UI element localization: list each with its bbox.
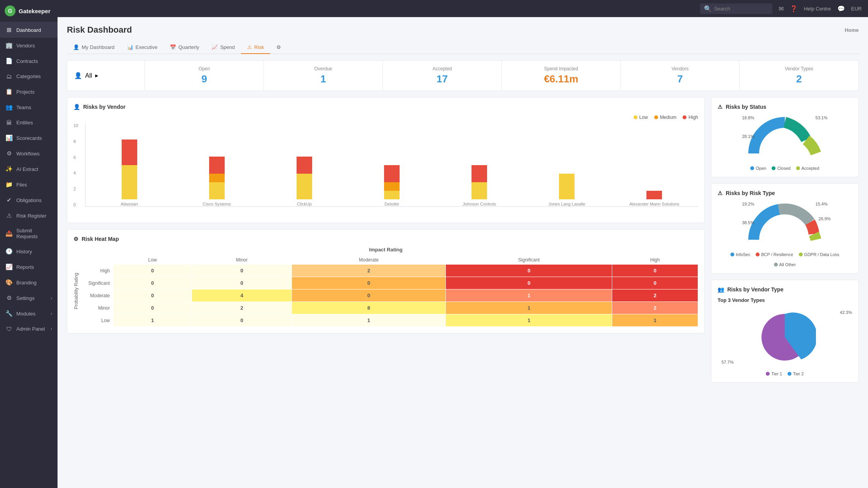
heat-map-row-label-3: Minor xyxy=(82,302,113,314)
filter-chevron-icon: ▶ xyxy=(95,73,98,78)
sidebar-item-workflows[interactable]: ⚙ Workflows xyxy=(0,146,58,161)
heat-map-cell-1-2: 0 xyxy=(292,277,445,289)
home-link[interactable]: Home xyxy=(845,27,859,33)
bar-cisco: Cisco Systems xyxy=(177,157,257,206)
vendor-type-pct-bottom: 57.7% xyxy=(721,360,734,364)
legend-low-label: Low xyxy=(639,115,648,120)
sidebar-item-entities[interactable]: 🏛 Entities xyxy=(0,115,58,130)
header: 🔍 ✉ ❓ Help Centre 💬 EUR xyxy=(58,0,868,17)
bar-chart-legend: Low Medium High xyxy=(73,115,698,120)
sidebar-item-contracts[interactable]: 📄 Contracts xyxy=(0,53,58,69)
sidebar-item-obligations[interactable]: ✔ Obligations xyxy=(0,192,58,208)
impact-rating-label: Impact Rating xyxy=(73,247,698,253)
heat-map-cell-1-1: 0 xyxy=(192,277,292,289)
type-donut: 19.2% 15.4% 26.9% 38.5% xyxy=(746,201,824,249)
bar-clickup: ClickUp xyxy=(264,157,344,206)
status-open-pct: 18.8% xyxy=(742,115,754,120)
sidebar-item-teams[interactable]: 👥 Teams xyxy=(0,99,58,115)
search-bar[interactable]: 🔍 xyxy=(700,3,772,14)
sidebar-label-risk-register: Risk Register xyxy=(16,213,52,219)
sidebar-item-branding[interactable]: 🎨 Branding xyxy=(0,275,58,290)
mail-icon[interactable]: ✉ xyxy=(779,5,784,12)
heat-map-row-significant: Significant00000 xyxy=(82,277,698,289)
heat-map-cell-1-3: 0 xyxy=(446,277,612,289)
sidebar-item-dashboard[interactable]: ⊞ Dashboard xyxy=(0,22,58,38)
sidebar-label-files: Files xyxy=(16,182,52,188)
sidebar-item-vendors[interactable]: 🏢 Vendors xyxy=(0,38,58,53)
legend-closed-dot xyxy=(772,166,775,170)
sidebar-item-settings[interactable]: ⚙ Settings › xyxy=(0,290,58,306)
col-low: Low xyxy=(113,256,192,265)
bar-johnson-low xyxy=(472,182,487,199)
sidebar-item-categories[interactable]: 🗂 Categories xyxy=(0,69,58,84)
heat-map-row-low: Low10111 xyxy=(82,314,698,327)
status-donut-wrapper: 18.8% 28.1% 53.1% xyxy=(718,115,852,163)
risks-by-status-card: ⚠ Risks by Status xyxy=(711,97,859,177)
sidebar-item-admin-panel[interactable]: 🛡 Admin Panel › xyxy=(0,321,58,336)
sidebar-label-entities: Entities xyxy=(16,120,52,125)
sidebar-label-history: History xyxy=(16,249,52,254)
heat-map-cell-1-0: 0 xyxy=(113,277,192,289)
stat-vendor-types-label: Vendor Types xyxy=(747,66,851,71)
risks-by-status-title: ⚠ Risks by Status xyxy=(718,104,852,110)
y-label-4: 4 xyxy=(73,171,78,175)
probability-label-wrapper: Probability Rating xyxy=(73,256,79,327)
sidebar-icon-files: 📁 xyxy=(5,181,12,188)
bar-atlassian: Atlassian xyxy=(89,139,169,206)
heat-map-cell-2-1: 4 xyxy=(192,289,292,302)
chat-icon[interactable]: 💬 xyxy=(837,5,845,12)
vendor-type-pie-svg xyxy=(754,306,816,368)
tab-risk[interactable]: ⚠ Risk xyxy=(241,41,270,54)
bar-cisco-low xyxy=(209,182,225,199)
tab-my-dashboard[interactable]: 👤 My Dashboard xyxy=(67,41,121,54)
sidebar-item-reports[interactable]: 📈 Reports xyxy=(0,259,58,275)
legend-infosec: InfoSec xyxy=(730,252,750,257)
sidebar-item-history[interactable]: 🕐 History xyxy=(0,244,58,259)
tab-spend[interactable]: 📈 Spend xyxy=(205,41,241,54)
legend-high: High xyxy=(683,115,698,120)
bar-cisco-high xyxy=(209,157,225,174)
risks-by-vendor-label: Risks by Vendor xyxy=(83,104,126,110)
heat-map-corner xyxy=(82,256,113,265)
heat-map-row-moderate: Moderate04012 xyxy=(82,289,698,302)
help-centre-label[interactable]: Help Centre xyxy=(804,6,831,12)
heat-map-cell-4-1: 0 xyxy=(192,314,292,327)
sidebar-item-modules[interactable]: 🔧 Modules › xyxy=(0,306,58,321)
sidebar-icon-reports: 📈 xyxy=(5,263,12,270)
tab-quarterly[interactable]: 📅 Quarterly xyxy=(164,41,205,54)
stat-vendor-types-value: 2 xyxy=(747,73,851,85)
risk-heat-map-card: ⚙ Risk Heat Map Impact Rating Probabilit… xyxy=(67,229,705,333)
tab-quarterly-label: Quarterly xyxy=(178,44,199,50)
sidebar-item-ai-extract[interactable]: ✨ AI Extract xyxy=(0,161,58,177)
left-column: 👤 Risks by Vendor Low Medium xyxy=(67,97,705,383)
sidebar-item-projects[interactable]: 📋 Projects xyxy=(0,84,58,99)
tab-executive[interactable]: 📊 Executive xyxy=(121,41,164,54)
type-donut-hole xyxy=(765,220,805,247)
heat-map-row-high: High00200 xyxy=(82,265,698,277)
sidebar-icon-entities: 🏛 xyxy=(5,119,12,126)
stat-accepted-value: 17 xyxy=(390,73,494,85)
sidebar-item-files[interactable]: 📁 Files xyxy=(0,177,58,192)
vendor-type-legend: Tier 1 Tier 2 xyxy=(718,371,852,376)
heat-map-row-label-1: Significant xyxy=(82,277,113,289)
help-icon[interactable]: ❓ xyxy=(790,5,798,12)
sidebar-item-risk-register[interactable]: ⚠ Risk Register xyxy=(0,208,58,223)
sidebar-label-vendors: Vendors xyxy=(16,43,52,49)
sidebar-item-scorecards[interactable]: 📊 Scorecards xyxy=(0,130,58,146)
tab-settings[interactable]: ⚙ xyxy=(270,41,287,54)
currency-label[interactable]: EUR xyxy=(851,6,862,12)
vendor-type-pct-top: 42.3% xyxy=(840,310,852,315)
stat-accepted: Accepted 17 xyxy=(383,61,502,91)
heat-map-table: Low Minor Moderate Significant High xyxy=(82,256,698,327)
content-area: Risk Dashboard Home 👤 My Dashboard 📊 Exe… xyxy=(58,17,868,488)
tab-risk-label: Risk xyxy=(254,44,264,50)
legend-infosec-dot xyxy=(730,253,734,256)
stat-open-label: Open xyxy=(152,66,257,71)
search-input[interactable] xyxy=(714,6,768,12)
sidebar-item-submit-requests[interactable]: 📤 Submit Requests xyxy=(0,223,58,244)
legend-infosec-label: InfoSec xyxy=(736,252,750,257)
legend-gdpr-dot xyxy=(799,253,803,256)
stat-filter-col[interactable]: 👤 All ▶ xyxy=(67,61,145,91)
status-accepted-pct: 53.1% xyxy=(816,115,828,120)
type-donut-wrapper: 19.2% 15.4% 26.9% 38.5% xyxy=(718,201,852,249)
